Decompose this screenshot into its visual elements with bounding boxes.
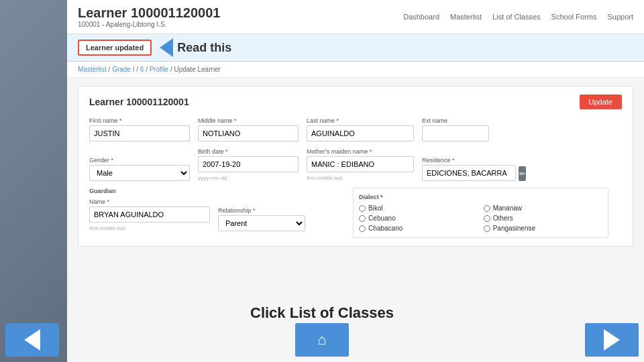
nav-school-forms[interactable]: School Forms xyxy=(551,13,597,21)
name-row: First name * Middle name * Last name * E… xyxy=(89,117,622,141)
dialect-bikol-radio[interactable] xyxy=(359,205,366,212)
dialect-cebuano-label: Cebuano xyxy=(368,215,396,222)
read-this-text: Read this xyxy=(177,41,231,55)
breadcrumb-profile[interactable]: Profile xyxy=(150,66,168,73)
bottom-section: Guardian Name * first.middle.last Relati… xyxy=(89,188,622,238)
relationship-select[interactable]: Parent Guardian Sibling xyxy=(218,215,305,231)
ext-name-group: Ext name xyxy=(422,117,489,141)
dialect-cebuano-radio[interactable] xyxy=(359,215,366,222)
dialect-label: Dialect * xyxy=(359,194,602,200)
breadcrumb-section[interactable]: 6 xyxy=(140,66,144,73)
middle-name-input[interactable] xyxy=(198,125,299,141)
dialect-pangasinense-radio[interactable] xyxy=(484,225,490,232)
residence-input[interactable] xyxy=(422,165,516,181)
relationship-label: Relationship * xyxy=(218,207,305,214)
dialect-others-radio[interactable] xyxy=(484,215,490,222)
nav-dashboard[interactable]: Dashboard xyxy=(403,13,439,21)
edit-residence-button[interactable]: ✏ xyxy=(519,166,526,181)
guardian-section: Guardian Name * first.middle.last Relati… xyxy=(89,188,345,238)
home-icon: ⌂ xyxy=(317,331,326,349)
dialect-section: Dialect * Bikol Mananaw Cebuano xyxy=(353,188,608,238)
learner-subtitle: 100001 - Apaleng-Libtong I.S. xyxy=(78,21,220,28)
content-area: Learner 100001120001 Update First name *… xyxy=(67,78,644,255)
dialect-chabacano-label: Chabacano xyxy=(368,225,402,232)
dialect-pangasinense-label: Pangasinense xyxy=(493,225,535,232)
birthdate-label: Birth date * xyxy=(198,148,299,155)
middle-name-group: Middle name * xyxy=(198,117,299,141)
birthdate-group: Birth date * yyyy-mm-dd xyxy=(198,148,299,181)
form-panel: Learner 100001120001 Update First name *… xyxy=(78,86,633,247)
first-name-label: First name * xyxy=(89,117,190,124)
bottom-instruction: Click List of Classes xyxy=(0,304,644,322)
first-name-group: First name * xyxy=(89,117,190,141)
details-row: Gender * Male Female Birth date * yyyy-m… xyxy=(89,148,622,181)
last-name-label: Last name * xyxy=(307,117,414,124)
notification-bar: Learner updated Read this xyxy=(67,34,644,62)
guardian-name-group: Name * first.middle.last xyxy=(89,198,210,231)
nav-home-button[interactable]: ⌂ xyxy=(295,323,349,357)
nav-masterlist[interactable]: Masterlist xyxy=(450,13,482,21)
nav-arrow-right-button[interactable] xyxy=(585,323,639,357)
dialect-chabacano: Chabacano xyxy=(359,225,478,232)
maiden-group: Mother's maiden name * first.middle.last xyxy=(307,148,414,181)
breadcrumb-grade[interactable]: Grade I xyxy=(112,66,134,73)
residence-group: Residence * ✏ xyxy=(422,157,526,181)
residence-label: Residence * xyxy=(422,157,516,164)
first-name-input[interactable] xyxy=(89,125,190,141)
dialect-bikol: Bikol xyxy=(359,204,478,212)
nav-list-of-classes[interactable]: List of Classes xyxy=(492,13,541,21)
nav-links: Dashboard Masterlist List of Classes Sch… xyxy=(403,13,633,21)
dialect-others: Others xyxy=(484,215,603,222)
dialect-pangasinense: Pangasinense xyxy=(484,225,603,232)
arrow-icon xyxy=(160,38,173,57)
ext-name-label: Ext name xyxy=(422,117,489,124)
dialect-others-label: Others xyxy=(493,215,513,222)
right-arrow-icon xyxy=(604,329,620,351)
dialect-chabacano-radio[interactable] xyxy=(359,225,366,232)
maiden-label: Mother's maiden name * xyxy=(307,148,414,155)
maiden-hint: first.middle.last xyxy=(307,175,414,181)
dialect-cebuano: Cebuano xyxy=(359,215,478,222)
breadcrumb: Masterlist / Grade I / 6 / Profile / Upd… xyxy=(67,62,644,78)
birthdate-input[interactable] xyxy=(198,156,299,172)
dialect-mananaw: Mananaw xyxy=(484,204,603,212)
left-arrow-icon xyxy=(24,329,40,351)
form-header: Learner 100001120001 Update xyxy=(89,95,622,109)
guardian-label: Guardian xyxy=(89,188,345,194)
learner-updated-badge: Learner updated xyxy=(78,40,152,56)
page-title: Learner 100001120001 xyxy=(78,5,220,21)
update-button[interactable]: Update xyxy=(580,95,622,109)
maiden-input[interactable] xyxy=(307,156,414,172)
last-name-group: Last name * xyxy=(307,117,414,141)
guardian-name-label: Name * xyxy=(89,198,210,205)
last-name-input[interactable] xyxy=(307,125,414,141)
dialect-options: Bikol Mananaw Cebuano Others xyxy=(359,204,602,232)
guardian-row: Name * first.middle.last Relationship * … xyxy=(89,198,345,231)
breadcrumb-action: Update Learner xyxy=(174,66,221,73)
read-this-arrow: Read this xyxy=(160,38,231,57)
gender-group: Gender * Male Female xyxy=(89,157,190,181)
guardian-name-input[interactable] xyxy=(89,206,210,223)
nav-arrow-left-button[interactable] xyxy=(5,323,59,357)
nav-support[interactable]: Support xyxy=(607,13,633,21)
gender-label: Gender * xyxy=(89,157,190,164)
ext-name-input[interactable] xyxy=(422,125,489,141)
middle-name-label: Middle name * xyxy=(198,117,299,124)
dialect-mananaw-radio[interactable] xyxy=(484,205,490,212)
dialect-mananaw-label: Mananaw xyxy=(493,204,522,212)
gender-select[interactable]: Male Female xyxy=(89,165,190,181)
guardian-name-hint: first.middle.last xyxy=(89,225,210,231)
dialect-bikol-label: Bikol xyxy=(368,204,383,212)
form-learner-id: Learner 100001120001 xyxy=(89,97,189,107)
top-nav: Learner 100001120001 100001 - Apaleng-Li… xyxy=(67,0,644,34)
breadcrumb-masterlist[interactable]: Masterlist xyxy=(78,66,107,73)
birthdate-hint: yyyy-mm-dd xyxy=(198,175,299,181)
relationship-group: Relationship * Parent Guardian Sibling xyxy=(218,207,305,231)
